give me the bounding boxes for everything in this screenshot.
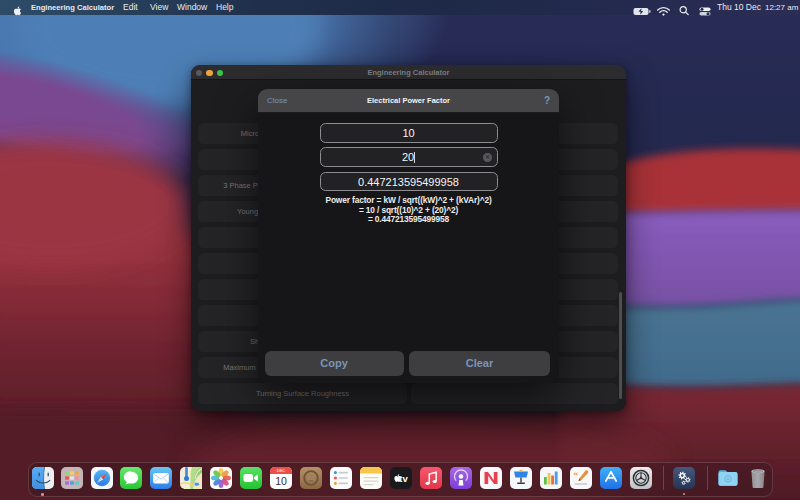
svg-text:10: 10 xyxy=(275,475,287,487)
svg-text:DEC: DEC xyxy=(276,468,285,473)
svg-text:tv: tv xyxy=(399,473,408,484)
svg-text:“: “ xyxy=(573,470,578,480)
